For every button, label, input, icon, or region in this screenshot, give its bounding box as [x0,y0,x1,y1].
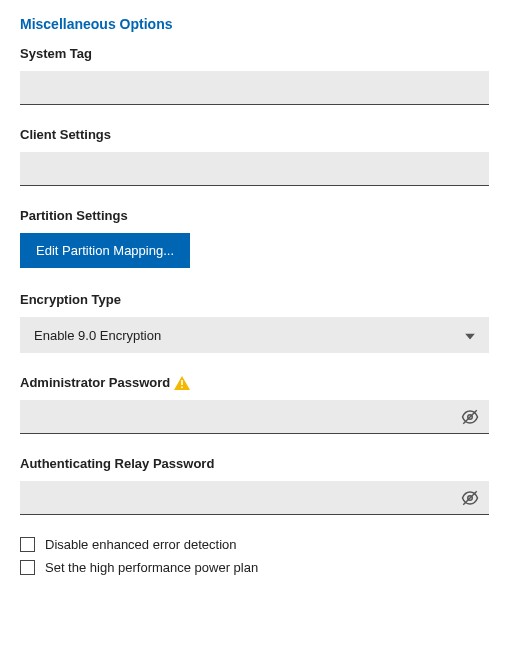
encryption-type-label: Encryption Type [20,292,489,307]
encryption-type-select[interactable]: Enable 9.0 Encryption [20,317,489,353]
high-perf-power-checkbox[interactable] [20,560,35,575]
eye-off-icon[interactable] [461,408,479,426]
disable-error-detection-row: Disable enhanced error detection [20,537,489,552]
high-perf-power-row: Set the high performance power plan [20,560,489,575]
admin-password-label: Administrator Password [20,375,170,390]
system-tag-field: System Tag [20,46,489,105]
section-title: Miscellaneous Options [20,16,489,32]
relay-password-input[interactable] [20,481,489,515]
encryption-type-selected: Enable 9.0 Encryption [34,328,161,343]
disable-error-detection-label: Disable enhanced error detection [45,537,237,552]
admin-password-field: Administrator Password [20,375,489,434]
admin-password-input[interactable] [20,400,489,434]
edit-partition-mapping-button[interactable]: Edit Partition Mapping... [20,233,190,268]
client-settings-field: Client Settings [20,127,489,186]
partition-settings-field: Partition Settings Edit Partition Mappin… [20,208,489,282]
system-tag-input[interactable] [20,71,489,105]
system-tag-label: System Tag [20,46,489,61]
svg-rect-0 [181,380,183,385]
encryption-type-field: Encryption Type Enable 9.0 Encryption [20,292,489,353]
warning-icon [174,376,190,390]
relay-password-field: Authenticating Relay Password [20,456,489,515]
client-settings-label: Client Settings [20,127,489,142]
high-perf-power-label: Set the high performance power plan [45,560,258,575]
svg-rect-1 [181,386,183,388]
client-settings-input[interactable] [20,152,489,186]
disable-error-detection-checkbox[interactable] [20,537,35,552]
partition-settings-label: Partition Settings [20,208,489,223]
relay-password-label: Authenticating Relay Password [20,456,489,471]
eye-off-icon[interactable] [461,489,479,507]
